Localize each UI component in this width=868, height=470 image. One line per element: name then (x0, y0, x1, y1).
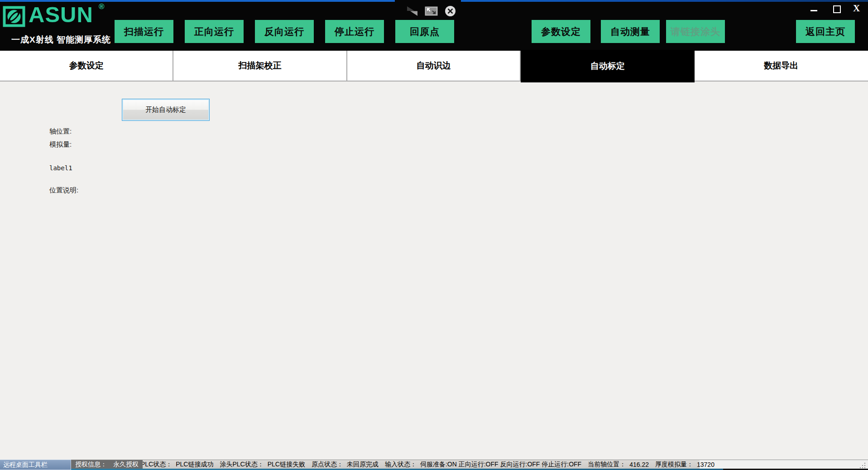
stop-run-button[interactable]: 停止运行 (325, 20, 384, 43)
tab-auto-calibration[interactable]: 自动标定 (521, 50, 694, 82)
link-coating-head-button[interactable]: 请链接涂头 (666, 20, 725, 43)
license-status: 授权信息： 永久授权 (71, 460, 143, 469)
tab-param-settings[interactable]: 参数设定 (0, 51, 173, 81)
status-origin: 原点状态： 未回原完成 (312, 460, 379, 469)
minimize-button[interactable] (810, 10, 817, 11)
restore-window-icon[interactable] (425, 6, 438, 16)
status-input-state: 输入状态： 伺服准备:ON 正向运行:OFF 反向运行:OFF 停止运行:OFF (385, 460, 581, 469)
status-thickness-analog: 厚度模拟量： 13720 (655, 460, 715, 469)
status-coating-head-plc: 涂头PLC状态： PLC链接失败 (220, 460, 305, 469)
tab-data-export[interactable]: 数据导出 (695, 51, 868, 81)
app-subtitle: 一成X射线 智能测厚系统 (11, 34, 111, 46)
brand-logo: ASUN ® (3, 5, 111, 32)
auto-measure-button[interactable]: 自动测量 (601, 20, 660, 43)
label1-placeholder: label1 (49, 164, 72, 172)
position-note-label: 位置说明: (49, 186, 78, 195)
reverse-run-button[interactable]: 反向运行 (255, 20, 314, 43)
home-return-button[interactable]: 回原点 (395, 20, 454, 43)
app-header: ASUN ® 一成X射线 智能测厚系统 扫描运行 正向运行 反向运行 停止运行 … (0, 0, 868, 51)
param-settings-button[interactable]: 参数设定 (532, 20, 590, 43)
scan-run-button[interactable]: 扫描运行 (115, 20, 173, 43)
remote-desktop-toolbar (406, 4, 462, 18)
brand-name: ASUN (29, 2, 93, 27)
back-to-home-button[interactable]: 返回主页 (796, 20, 855, 43)
start-auto-calibration-button[interactable]: 开始自动标定 (122, 99, 210, 121)
status-items: 测厚PLC状态： PLC链接成功 涂头PLC状态： PLC链接失败 原点状态： … (128, 460, 721, 469)
close-toolbar-icon[interactable] (444, 5, 456, 17)
axis-position-label: 轴位置: (49, 127, 72, 136)
close-button[interactable]: X (853, 3, 860, 14)
tab-auto-edge-detect[interactable]: 自动识边 (347, 51, 521, 81)
asun-aperture-icon (3, 6, 25, 27)
analog-value-label: 模拟量: (49, 140, 72, 149)
top-blue-strip-right (461, 0, 868, 2)
auto-calibration-panel: 开始自动标定 轴位置: 模拟量: label1 位置说明: (0, 82, 868, 460)
status-current-axis-position: 当前轴位置： 416.22 (588, 460, 649, 469)
tab-scanner-calibration[interactable]: 扫描架校正 (173, 51, 347, 81)
pin-icon[interactable] (406, 5, 418, 17)
resize-grip[interactable] (860, 463, 866, 468)
tab-bar: 参数设定 扫描架校正 自动识边 自动标定 数据导出 (0, 51, 868, 82)
forward-run-button[interactable]: 正向运行 (185, 20, 244, 43)
registered-mark: ® (99, 2, 105, 11)
maximize-button[interactable] (833, 5, 841, 13)
status-bar-right-spacer (700, 460, 868, 469)
remote-desktop-toolbar-button[interactable]: 远程桌面工具栏 (0, 460, 71, 470)
